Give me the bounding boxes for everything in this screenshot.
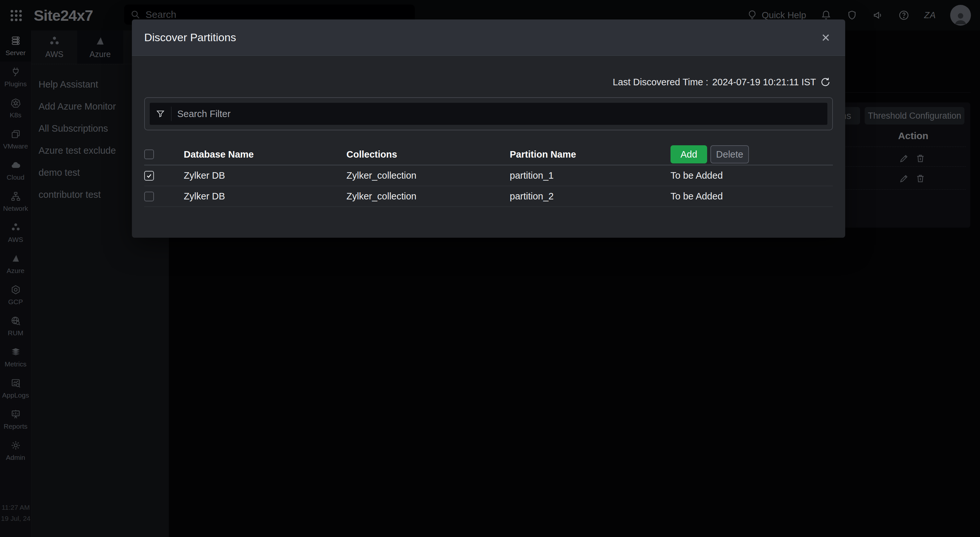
cell-status: To be Added <box>670 191 833 202</box>
cell-partition: partition_1 <box>510 170 670 181</box>
filter-separator <box>171 107 172 121</box>
cell-collection: Zylker_collection <box>347 170 510 181</box>
col-collections: Collections <box>347 149 510 160</box>
close-icon <box>821 33 830 43</box>
table-row: Zylker DB Zylker_collection partition_1 … <box>144 166 833 186</box>
cell-database: Zylker DB <box>184 191 347 202</box>
check-icon <box>146 172 152 179</box>
discover-partitions-modal: Discover Partitions Last Discovered Time… <box>132 19 845 238</box>
app-root: Site24x7 Quick Help ZA Server <box>0 0 980 537</box>
modal-header: Discover Partitions <box>132 19 845 56</box>
refresh-icon[interactable] <box>820 76 831 88</box>
cell-status: To be Added <box>670 170 833 181</box>
filter-funnel-icon <box>156 109 165 119</box>
modal-title: Discover Partitions <box>144 31 236 44</box>
last-discovered-value: 2024-07-19 10:21:11 IST <box>712 77 816 88</box>
table-header-row: Database Name Collections Partition Name… <box>144 144 833 166</box>
cell-collection: Zylker_collection <box>347 191 510 202</box>
row-checkbox[interactable] <box>144 192 154 201</box>
search-filter-input[interactable] <box>177 108 827 120</box>
col-partition-name: Partition Name <box>510 149 670 160</box>
close-button[interactable] <box>819 30 833 45</box>
cell-database: Zylker DB <box>184 170 347 181</box>
partitions-table: Database Name Collections Partition Name… <box>144 144 833 207</box>
add-button[interactable]: Add <box>670 145 707 163</box>
search-filter-inner <box>150 103 827 125</box>
cell-partition: partition_2 <box>510 191 670 202</box>
select-all-checkbox[interactable] <box>144 150 154 159</box>
col-database-name: Database Name <box>184 149 347 160</box>
modal-body: Last Discovered Time : 2024-07-19 10:21:… <box>132 56 845 238</box>
last-discovered-row: Last Discovered Time : 2024-07-19 10:21:… <box>613 76 831 88</box>
table-row: Zylker DB Zylker_collection partition_2 … <box>144 186 833 207</box>
last-discovered-label: Last Discovered Time : <box>613 77 708 88</box>
delete-button[interactable]: Delete <box>710 145 749 163</box>
row-checkbox[interactable] <box>144 171 154 181</box>
search-filter-box <box>144 97 833 131</box>
